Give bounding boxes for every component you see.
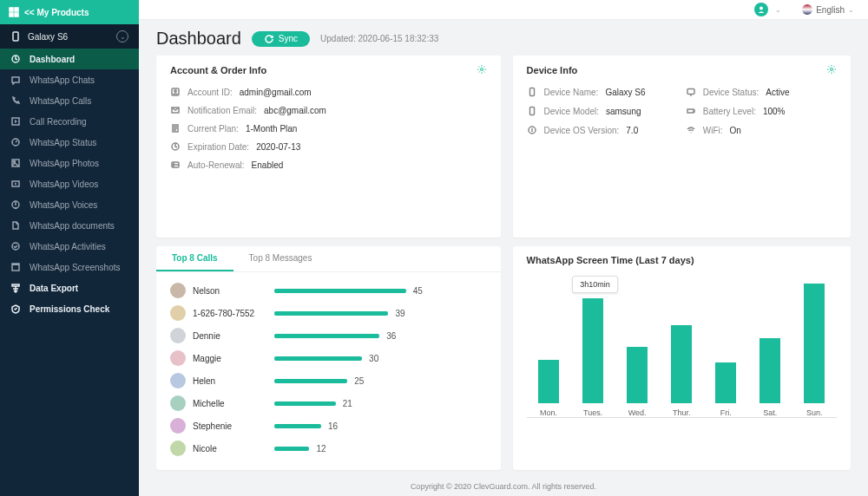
gear-icon[interactable] — [477, 64, 487, 76]
menu-icon — [10, 116, 21, 127]
chart-bar[interactable]: Sun. — [801, 284, 827, 417]
chart-bar[interactable]: Mon. — [536, 360, 562, 417]
tab-top-calls[interactable]: Top 8 Calls — [156, 246, 233, 271]
sidebar-item-label: Data Export — [30, 284, 78, 293]
device-card: Device Info Device Name: Galaxy S6Device… — [513, 55, 851, 238]
bar-label: Thur. — [673, 408, 691, 417]
menu-icon — [10, 199, 21, 210]
tab-top-messages[interactable]: Top 8 Messages — [233, 246, 328, 271]
chart-bar[interactable]: Tues. — [580, 298, 606, 417]
info-icon — [170, 123, 181, 134]
avatar — [170, 328, 186, 343]
bar-label: Sat. — [763, 408, 777, 417]
svg-marker-7 — [15, 120, 17, 123]
sidebar-item-whatsapp-videos[interactable]: WhatsApp Videos — [0, 173, 139, 194]
device-row: Battery Level: 100% — [686, 106, 837, 116]
sidebar-item-data-export[interactable]: Data Export — [0, 277, 139, 298]
refresh-icon — [264, 34, 274, 44]
account-row: Account ID: admin@gmail.com — [170, 87, 487, 97]
sidebar-item-label: WhatsApp Status — [30, 138, 96, 147]
sidebar-item-whatsapp-voices[interactable]: WhatsApp Voices — [0, 194, 139, 215]
sidebar-item-label: WhatsApp documents — [30, 221, 115, 231]
chart-bar[interactable]: Sat. — [757, 338, 783, 417]
call-bar — [274, 379, 347, 383]
my-products-label: << My Products — [24, 8, 89, 17]
sidebar-item-whatsapp-calls[interactable]: WhatsApp Calls — [0, 90, 139, 111]
flag-icon — [802, 4, 812, 15]
language-selector[interactable]: English ⌄ — [802, 4, 854, 15]
menu-icon — [10, 241, 21, 251]
gear-icon[interactable] — [826, 64, 837, 76]
svg-rect-28 — [687, 89, 694, 95]
sidebar-item-dashboard[interactable]: Dashboard — [0, 49, 139, 69]
chart-bar[interactable]: Fri. — [713, 362, 739, 417]
menu-icon — [10, 179, 21, 189]
avatar — [170, 283, 186, 298]
svg-rect-4 — [13, 32, 18, 41]
sidebar-item-label: WhatsApp Voices — [30, 200, 97, 210]
sidebar-item-label: WhatsApp Chats — [30, 75, 95, 85]
call-row: 1-626-780-7552 39 — [170, 302, 487, 324]
call-bar — [274, 311, 388, 316]
call-name: Stephenie — [193, 421, 267, 431]
sidebar-item-permissions-check[interactable]: Permissions Check — [0, 298, 139, 319]
call-name: Nelson — [193, 286, 267, 296]
chart-bar[interactable]: Wed. — [624, 347, 650, 417]
bar-label: Fri. — [720, 408, 732, 417]
svg-rect-3 — [15, 13, 18, 16]
device-card-title: Device Info — [527, 65, 578, 75]
avatar — [170, 395, 186, 411]
svg-point-18 — [760, 7, 763, 10]
sidebar-item-label: WhatsApp Photos — [30, 159, 99, 168]
account-card-title: Account & Order Info — [170, 65, 266, 75]
svg-rect-29 — [529, 108, 534, 115]
call-value: 39 — [395, 309, 404, 318]
call-bar — [274, 447, 309, 451]
svg-point-32 — [690, 132, 691, 133]
info-icon — [170, 141, 181, 152]
bar-label: Mon. — [540, 408, 557, 417]
sidebar-item-call-recording[interactable]: Call Recording — [0, 111, 139, 132]
call-bar — [274, 289, 406, 293]
call-name: Nicole — [193, 444, 267, 454]
menu-icon — [10, 95, 21, 106]
svg-marker-12 — [15, 183, 17, 186]
sidebar-item-whatsapp-screenshots[interactable]: WhatsApp Screenshots — [0, 257, 139, 277]
menu-icon — [10, 137, 21, 147]
device-row: Device OS Version: 7.0 — [527, 125, 678, 135]
svg-point-21 — [174, 90, 176, 92]
device-row: WiFi: On — [686, 125, 837, 135]
sidebar-item-whatsapp-documents[interactable]: WhatsApp documents — [0, 215, 139, 236]
user-icon — [757, 5, 766, 14]
call-name: Helen — [193, 376, 267, 386]
call-bar — [274, 401, 336, 406]
call-bar — [274, 356, 362, 361]
call-row: Nicole 12 — [170, 437, 487, 460]
call-name: 1-626-780-7552 — [193, 309, 267, 318]
avatar — [170, 373, 186, 388]
chart-bar[interactable]: Thur. — [668, 325, 694, 417]
account-row: Notification Email: abc@gmail.com — [170, 105, 487, 115]
call-value: 21 — [343, 399, 352, 408]
info-icon — [170, 160, 181, 170]
menu-icon — [10, 220, 21, 231]
avatar — [170, 305, 186, 321]
device-row: Device Name: Galaxy S6 — [527, 87, 678, 97]
sidebar-item-whatsapp-photos[interactable]: WhatsApp Photos — [0, 153, 139, 173]
user-avatar[interactable] — [754, 3, 768, 16]
call-name: Dennie — [193, 331, 267, 341]
call-row: Nelson 45 — [170, 279, 487, 302]
call-row: Dennie 36 — [170, 324, 487, 347]
sidebar-item-whatsapp-status[interactable]: WhatsApp Status — [0, 132, 139, 153]
bar-label: Sun. — [806, 408, 823, 417]
svg-rect-27 — [529, 88, 534, 96]
svg-point-26 — [831, 69, 833, 71]
my-products-link[interactable]: << My Products — [0, 0, 139, 24]
account-row: Expiration Date: 2020-07-13 — [170, 141, 487, 152]
device-selector[interactable]: Galaxy S6 ⌄ — [0, 24, 139, 49]
avatar — [170, 350, 186, 366]
language-label: English — [816, 5, 845, 15]
sync-button[interactable]: Sync — [252, 31, 310, 47]
sidebar-item-whatsapp-chats[interactable]: WhatsApp Chats — [0, 69, 139, 90]
sidebar-item-whatsapp-activities[interactable]: WhatsApp Activities — [0, 236, 139, 257]
